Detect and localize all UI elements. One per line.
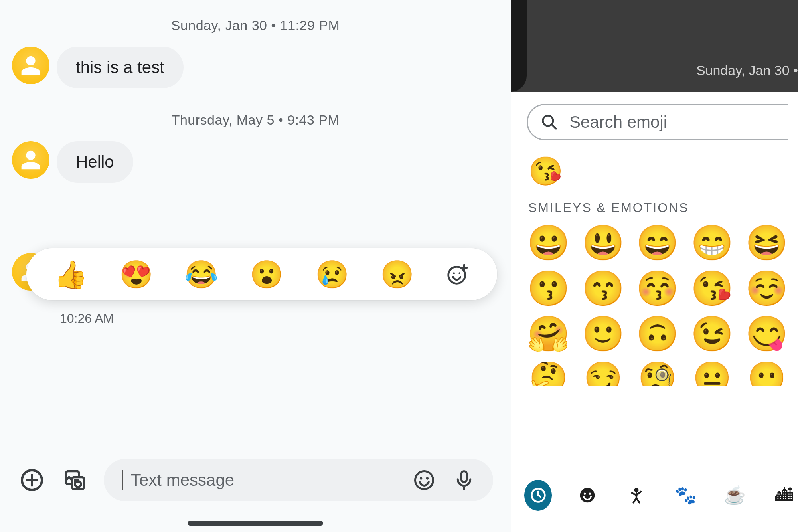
svg-point-0 (448, 267, 465, 283)
avatar-icon (12, 47, 49, 84)
message-input[interactable]: Text message (104, 459, 493, 501)
search-icon (541, 113, 558, 131)
emoji-category-bar: 🐾 ☕ 🏙 (520, 476, 798, 514)
reaction-heart-eyes[interactable]: 😍 (119, 261, 153, 288)
picker-backdrop: Sunday, Jan 30 • (511, 0, 798, 92)
category-food[interactable]: ☕ (721, 480, 749, 511)
backdrop-timestamp: Sunday, Jan 30 • (696, 63, 798, 78)
message-text: this is a test (76, 58, 164, 77)
emoji-cell[interactable]: 😃 (581, 225, 625, 260)
message-text: Hello (76, 152, 114, 171)
recent-emoji-item[interactable]: 😘 (528, 156, 563, 187)
message-bubble[interactable]: this is a test (57, 47, 184, 88)
emoji-cell[interactable]: 😋 (745, 316, 788, 351)
svg-point-15 (584, 493, 586, 495)
emoji-cell[interactable]: 😉 (690, 316, 734, 351)
chat-panel: Sunday, Jan 30 • 11:29 PM this is a test… (0, 0, 511, 532)
reaction-surprised[interactable]: 😮 (250, 261, 284, 288)
message-row: this is a test (0, 47, 511, 88)
message-subtime: 10:26 AM (60, 311, 511, 326)
svg-point-16 (589, 493, 591, 495)
emoji-cell[interactable]: 🤗 (527, 316, 570, 351)
gallery-button[interactable] (61, 466, 89, 494)
add-reaction-button[interactable] (446, 262, 470, 286)
category-people[interactable] (623, 480, 650, 511)
voice-input-button[interactable] (453, 469, 475, 491)
emoji-cell[interactable]: ☺️ (745, 271, 788, 305)
category-nature[interactable]: 🐾 (672, 480, 699, 511)
avatar-icon (12, 141, 49, 179)
add-attachment-button[interactable] (18, 466, 46, 494)
text-caret (122, 470, 123, 490)
recent-emoji[interactable]: 😘 (528, 155, 788, 188)
picker-body: Search emoji 😘 SMILEYS & EMOTIONS 😀 😃 😄 … (511, 92, 798, 532)
nature-icon: 🐾 (675, 485, 697, 506)
emoji-section-title: SMILEYS & EMOTIONS (528, 200, 788, 215)
svg-point-14 (580, 488, 595, 503)
emoji-cell[interactable]: 🙃 (636, 316, 679, 351)
emoji-button[interactable] (413, 469, 435, 491)
emoji-search-placeholder: Search emoji (569, 113, 667, 132)
emoji-grid: 😀 😃 😄 😁 😆 😗 😙 😚 😘 ☺️ 🤗 🙂 🙃 😉 😋 🤔 😏 🧐 😐 (527, 225, 788, 386)
emoji-cell[interactable]: 🤔 (527, 362, 570, 386)
emoji-cell[interactable]: 😚 (636, 271, 679, 305)
reaction-joy[interactable]: 😂 (184, 261, 218, 288)
places-icon: 🏙 (775, 485, 793, 505)
message-placeholder: Text message (131, 471, 405, 490)
svg-point-2 (458, 272, 460, 274)
emoji-cell[interactable]: 😄 (636, 225, 679, 260)
emoji-cell[interactable]: 😗 (527, 271, 570, 305)
food-icon: ☕ (724, 485, 746, 506)
message-row: Hello (0, 141, 511, 183)
reaction-sad[interactable]: 😢 (315, 261, 349, 288)
emoji-cell[interactable]: 😆 (745, 225, 788, 260)
compose-bar: Text message (0, 456, 511, 504)
emoji-cell[interactable]: 😘 (690, 271, 734, 305)
message-bubble[interactable]: Hello (57, 141, 133, 183)
svg-point-17 (634, 488, 639, 492)
emoji-cell[interactable]: 😁 (690, 225, 734, 260)
person-icon (628, 487, 645, 504)
emoji-cell[interactable]: 😶 (745, 362, 788, 386)
svg-point-1 (453, 272, 455, 274)
nav-handle[interactable] (188, 521, 323, 526)
emoji-cell[interactable]: 😏 (581, 362, 625, 386)
chat-timestamp-2: Thursday, May 5 • 9:43 PM (0, 112, 511, 128)
category-places[interactable]: 🏙 (770, 480, 798, 511)
emoji-cell[interactable]: 😀 (527, 225, 570, 260)
emoji-cell[interactable]: 😐 (690, 362, 734, 386)
svg-rect-7 (75, 480, 78, 482)
emoji-search-input[interactable]: Search emoji (527, 104, 788, 140)
emoji-cell[interactable]: 🧐 (636, 362, 679, 386)
reaction-bar: 👍 😍 😂 😮 😢 😠 (26, 248, 497, 300)
chat-timestamp-1: Sunday, Jan 30 • 11:29 PM (0, 18, 511, 33)
emoji-cell[interactable]: 🙂 (581, 316, 625, 351)
smiley-icon (579, 487, 596, 504)
emoji-cell[interactable]: 😙 (581, 271, 625, 305)
emoji-picker-panel: Sunday, Jan 30 • Search emoji 😘 SMILEYS … (511, 0, 798, 532)
category-recent[interactable] (524, 480, 552, 511)
reaction-angry[interactable]: 😠 (380, 261, 414, 288)
svg-point-10 (426, 477, 429, 479)
svg-rect-11 (461, 471, 467, 482)
clock-icon (529, 487, 547, 504)
category-smileys[interactable] (573, 480, 601, 511)
reaction-thumbs-up[interactable]: 👍 (54, 261, 88, 288)
svg-point-9 (420, 477, 422, 479)
picker-notch (511, 0, 527, 92)
